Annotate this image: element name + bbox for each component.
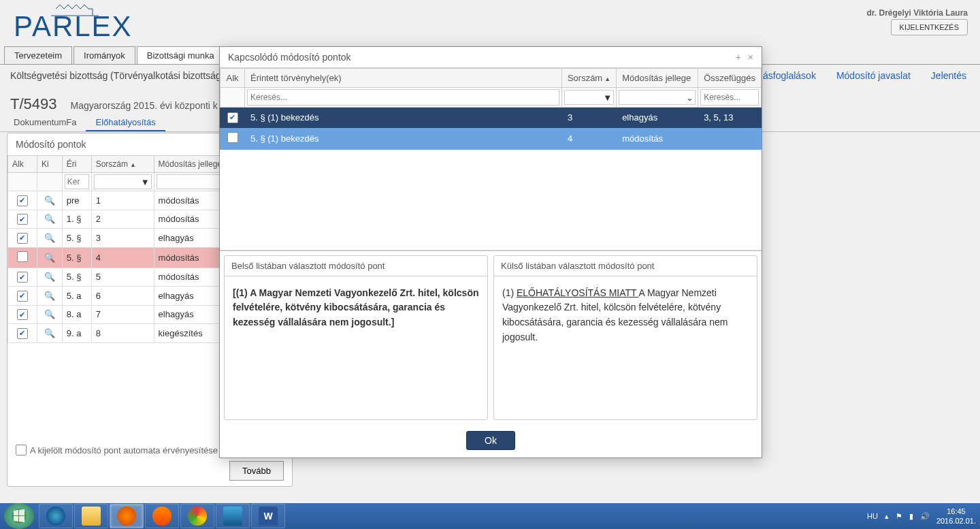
link-modosito-javaslat[interactable]: Módosító javaslat xyxy=(836,70,911,81)
taskbar-firefox[interactable] xyxy=(110,504,144,528)
cell-eri: 5. § xyxy=(62,229,91,248)
cell-er: 5. § (1) bekezdés xyxy=(245,108,562,128)
ok-button[interactable]: Ok xyxy=(466,431,515,450)
magnify-icon[interactable]: 🔍 xyxy=(44,272,55,282)
col-eri[interactable]: Éri xyxy=(62,156,91,173)
row-checkbox[interactable]: ✔ xyxy=(17,214,28,225)
inner-panel-title: Belső listában választott módosító pont xyxy=(225,256,487,276)
taskbar-word[interactable]: W xyxy=(251,504,285,528)
breadcrumb-text: Költségvetési bizottság (Törvényalkotási… xyxy=(10,70,221,81)
cell-sorszam: 6 xyxy=(91,287,154,306)
mcol-sorszam[interactable]: Sorszám▲ xyxy=(561,69,616,88)
magnify-icon[interactable]: 🔍 xyxy=(44,253,55,263)
taskbar-chrome[interactable] xyxy=(180,504,214,528)
tray-up-icon[interactable]: ▴ xyxy=(885,512,889,521)
cell-eri: 5. § xyxy=(62,247,91,268)
taskbar-ie[interactable] xyxy=(39,504,73,528)
user-name: dr. Drégelyi Viktória Laura xyxy=(866,8,968,18)
svg-text:PARLEX: PARLEX xyxy=(14,10,133,41)
cell-eri: 1. § xyxy=(62,210,91,229)
cell-mod: elhagyás xyxy=(617,108,698,128)
mfilter-osz[interactable] xyxy=(700,89,759,106)
col-sorszam[interactable]: Sorszám▲ xyxy=(91,156,154,173)
cell-sorszam: 4 xyxy=(91,247,154,268)
subtab-dokumentumfa[interactable]: DokumentumFa xyxy=(4,114,86,131)
cell-osz: 3, 5, 13 xyxy=(698,108,762,128)
tab-tervezeteim[interactable]: Tervezeteim xyxy=(4,46,72,64)
mcol-mod[interactable]: Módosítás jellege xyxy=(617,69,698,88)
logo: PARLEX xyxy=(14,3,136,43)
inner-list-panel: Belső listában választott módosító pont … xyxy=(224,255,488,420)
row-checkbox[interactable] xyxy=(227,132,238,143)
tab-bizottsagi[interactable]: Bizottsági munka xyxy=(137,46,225,64)
magnify-icon[interactable]: 🔍 xyxy=(44,233,55,243)
row-checkbox[interactable]: ✔ xyxy=(17,291,28,302)
modal-title: Kapcsolódó módosító pontok xyxy=(228,52,351,63)
magnify-icon[interactable]: 🔍 xyxy=(44,214,55,224)
cell-sorszam: 7 xyxy=(91,305,154,324)
row-checkbox[interactable]: ✔ xyxy=(227,112,238,123)
mfilter-sorsz-dd[interactable]: ▼ xyxy=(564,90,614,105)
clock[interactable]: 16:45 2016.02.01. xyxy=(936,507,976,526)
systray: HU ▴ ⚑ ▮ 🔊 16:45 2016.02.01. xyxy=(867,507,980,526)
doc-id: T/5493 xyxy=(10,95,57,113)
filter-sorszam-dd[interactable]: ▼ xyxy=(94,174,152,189)
doc-title: Magyarország 2015. évi központi k xyxy=(71,100,218,111)
taskbar-explorer[interactable] xyxy=(74,504,108,528)
cell-eri: 9. a xyxy=(62,324,91,343)
cell-er: 5. § (1) bekezdés xyxy=(245,127,562,149)
tab-iromanyok[interactable]: Irományok xyxy=(74,46,135,64)
col-ki[interactable]: Ki xyxy=(37,156,62,173)
magnify-icon[interactable]: 🔍 xyxy=(44,328,55,338)
mfilter-er[interactable] xyxy=(247,89,559,106)
mcol-erintett[interactable]: Érintett törvényhely(ek) xyxy=(245,69,562,88)
link-jelentes[interactable]: Jelentés xyxy=(931,70,966,81)
modal-add-icon[interactable]: + xyxy=(736,52,741,63)
taskbar-app1[interactable] xyxy=(216,504,250,528)
flag-icon[interactable]: ⚑ xyxy=(896,512,902,521)
row-checkbox[interactable]: ✔ xyxy=(17,328,28,339)
cell-eri: 8. a xyxy=(62,305,91,324)
row-checkbox[interactable]: ✔ xyxy=(17,195,28,206)
cell-sorszam: 8 xyxy=(91,324,154,343)
close-icon[interactable]: × xyxy=(748,52,753,63)
related-points-modal: Kapcsolódó módosító pontok + × Alk Érint… xyxy=(219,46,762,458)
cell-sorszam: 1 xyxy=(91,191,154,210)
auto-apply-label: A kijelölt módosító pont automata érvény… xyxy=(30,445,218,455)
magnify-icon[interactable]: 🔍 xyxy=(44,309,55,319)
cell-osz xyxy=(698,127,762,149)
row-checkbox[interactable] xyxy=(17,251,28,262)
logout-button[interactable]: KIJELENTKEZÉS xyxy=(891,19,968,35)
filter-eri[interactable] xyxy=(65,174,89,189)
mcol-osz[interactable]: Összefüggés xyxy=(698,69,762,88)
taskbar-media[interactable] xyxy=(145,504,179,528)
row-checkbox[interactable]: ✔ xyxy=(17,309,28,320)
inner-panel-text: [(1) A Magyar Nemzeti Vagyonkezelő Zrt. … xyxy=(233,287,479,327)
lang-indicator[interactable]: HU xyxy=(867,512,878,520)
link-asfoglalasok[interactable]: ásfoglalások xyxy=(763,70,816,81)
magnify-icon[interactable]: 🔍 xyxy=(44,195,55,206)
auto-apply-checkbox[interactable]: A kijelölt módosító pont automata érvény… xyxy=(16,445,218,455)
table-row[interactable]: ✔5. § (1) bekezdés3elhagyás3, 5, 13 xyxy=(220,108,762,128)
modal-header: Kapcsolódó módosító pontok + × xyxy=(220,47,762,68)
tovabb-button[interactable]: Tovább xyxy=(229,461,284,481)
cell-sorszam: 2 xyxy=(91,210,154,229)
outer-list-panel: Külső listában választott módosító pont … xyxy=(493,255,757,420)
col-alk[interactable]: Alk xyxy=(8,156,37,173)
network-icon[interactable]: ▮ xyxy=(909,512,913,521)
magnify-icon[interactable]: 🔍 xyxy=(44,291,55,301)
mcol-alk[interactable]: Alk xyxy=(220,69,245,88)
outer-panel-text: (1) ELŐHATÁLYOSÍTÁS MIATT A Magyar Nemze… xyxy=(494,276,757,419)
modal-table: Alk Érintett törvényhely(ek) Sorszám▲ Mó… xyxy=(220,68,762,150)
volume-icon[interactable]: 🔊 xyxy=(920,512,930,521)
cell-sorszam: 5 xyxy=(91,268,154,287)
row-checkbox[interactable]: ✔ xyxy=(17,272,28,283)
start-button[interactable] xyxy=(4,503,34,529)
subtab-elohatalyositas[interactable]: Előhatályosítás xyxy=(86,114,165,131)
mfilter-mod-dd[interactable]: ⌄ xyxy=(619,90,696,105)
cell-eri: pre xyxy=(62,191,91,210)
row-checkbox[interactable]: ✔ xyxy=(17,233,28,244)
table-row[interactable]: 5. § (1) bekezdés4módosítás xyxy=(220,127,762,149)
cell-eri: 5. § xyxy=(62,268,91,287)
taskbar: W HU ▴ ⚑ ▮ 🔊 16:45 2016.02.01. xyxy=(0,503,980,529)
